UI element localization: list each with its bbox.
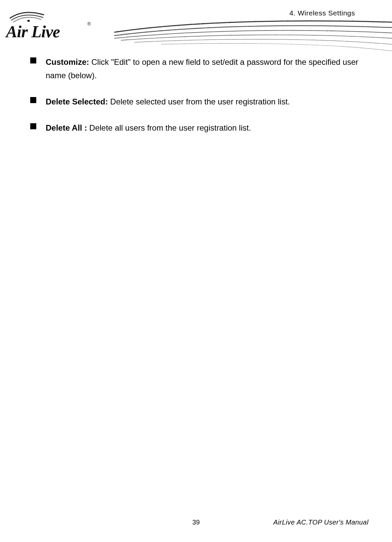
page-number: 39 (192, 518, 200, 526)
list-item-label: Customize: (46, 57, 89, 66)
list-item-desc: Delete all users from the user registrat… (87, 123, 251, 132)
list-item-label: Delete Selected: (46, 97, 108, 106)
svg-text:Air Live: Air Live (5, 22, 60, 41)
list-item-label: Delete All : (46, 123, 87, 132)
page-header: 4. Wireless Settings Air Live ® (0, 0, 392, 54)
list-item-text: Delete All : Delete all users from the u… (46, 121, 251, 135)
list-item: Delete Selected: Delete selected user fr… (20, 95, 372, 108)
list-item: Customize: Click "Edit" to open a new fi… (20, 55, 372, 82)
list-item-text: Customize: Click "Edit" to open a new fi… (46, 55, 372, 82)
list-item-text: Delete Selected: Delete selected user fr… (46, 95, 290, 108)
list-item: Delete All : Delete all users from the u… (20, 121, 372, 135)
svg-point-0 (27, 20, 30, 22)
header-divider-swoosh (114, 19, 392, 56)
content-body: Customize: Click "Edit" to open a new fi… (20, 55, 372, 147)
square-bullet-icon (30, 123, 36, 129)
list-item-desc: Delete selected user from the user regis… (108, 97, 290, 106)
square-bullet-icon (30, 57, 36, 63)
svg-text:®: ® (87, 21, 91, 27)
section-title: 4. Wireless Settings (289, 9, 355, 17)
page-footer: 39 AirLive AC.TOP User's Manual (0, 518, 392, 529)
manual-title: AirLive AC.TOP User's Manual (273, 518, 368, 526)
airlive-logo: Air Live ® (3, 9, 94, 42)
square-bullet-icon (30, 97, 36, 103)
list-item-desc: Click "Edit" to open a new field to set/… (46, 57, 358, 80)
